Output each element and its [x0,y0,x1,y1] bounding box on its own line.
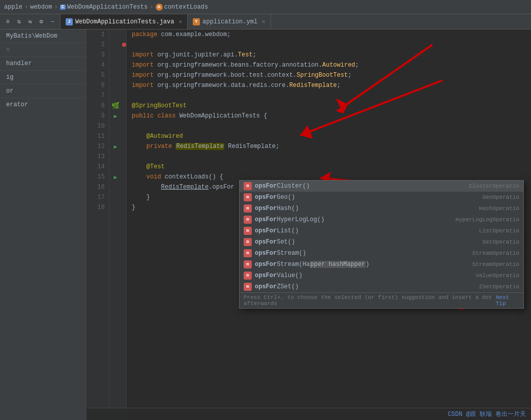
ac-item-hyperloglog[interactable]: m opsForHyperLogLog() HyperLogLogOperati… [240,214,523,225]
ac-icon-cluster: m [244,182,252,190]
yml-file-icon: Y [193,18,200,25]
ac-type-set: SetOperatio [482,239,519,245]
code-line-1[interactable]: package com.example.webdom; [127,29,531,40]
ac-item-list[interactable]: m opsForList() ListOperatio [240,225,523,236]
code-line-10[interactable] [127,121,531,131]
toolbar-icon-minimize[interactable]: − [48,17,57,26]
ac-name-set: opsForSet() [255,238,482,246]
code-line-8[interactable]: @SpringBootTest [127,101,531,111]
breadcrumb-apple[interactable]: apple [4,4,22,11]
ac-item-value[interactable]: m opsForValue() ValueOperatio [240,270,523,281]
tab-yml-label: application.yml [202,18,257,25]
gutter-10 [109,121,122,131]
code-line-5[interactable]: import org.springframework.boot.test.con… [127,70,531,80]
ac-item-set[interactable]: m opsForSet() SetOperatio [240,236,523,248]
tab-java-close[interactable]: ✕ [179,18,182,25]
sidebar-item-or[interactable]: or [0,86,86,96]
breadcrumb-webdom[interactable]: webdom [30,4,52,11]
sidebar-item-erator[interactable]: erator [0,100,86,109]
line-num-14: 14 [86,162,109,172]
sidebar-item-handler[interactable]: handler [0,59,86,68]
sidebar-item-ig[interactable]: ig [0,73,86,82]
ac-type-zset: ZSetOperatio [479,284,519,290]
ac-item-zset[interactable]: m opsForZSet() ZSetOperatio [240,281,523,292]
gutter-16 [109,182,122,192]
ac-item-hash[interactable]: m opsForHash() HashOperatio [240,203,523,214]
line-numbers: 1 2 3 4 5 6 7 8 9 10 11 12 13 14 15 16 1… [86,29,109,420]
ac-icon-geo: m [244,193,252,201]
code-line-14[interactable]: @Test [127,162,531,172]
line-num-16: 16 [86,182,109,192]
ac-name-hyperloglog: opsForHyperLogLog() [255,216,456,223]
keyword-public: public [132,112,154,119]
code-line-2[interactable] [127,40,531,50]
keyword: import [132,82,154,89]
toolbar-icon-sort[interactable]: ⇅ [14,17,23,26]
side-gutter [122,29,127,420]
code-line-6[interactable]: import org.springframework.data.redis.co… [127,80,531,91]
ac-icon-zset: m [244,283,252,291]
gutter-11 [109,131,122,141]
ac-name-zset: opsForZSet() [255,283,479,290]
line-num-4: 4 [86,60,109,70]
ac-icon-list: m [244,227,252,235]
ac-name-geo: opsForGeo() [255,194,482,201]
ac-item-cluster[interactable]: m opsForCluster() ClusterOperatio [240,181,523,192]
ac-icon-hash: m [244,204,252,213]
tab-java[interactable]: J WebDomApplicationTests.java ✕ [61,14,188,29]
ac-name-stream1: opsForStream() [255,250,473,257]
ac-item-geo[interactable]: m opsForGeo() GeoOperatio [240,192,523,203]
ac-type-geo: GeoOperatio [482,194,519,200]
gutter-12-run[interactable]: ▶ [109,141,122,152]
toolbar-icon-settings[interactable]: ⚙ [37,17,46,26]
gutter-3 [109,50,122,60]
line-num-17: 17 [86,192,109,202]
toolbar-icon-collapse[interactable]: ⇆ [25,17,35,26]
toolbar-icon-list[interactable]: ≡ [3,17,12,26]
ac-type-hash: HashOperatio [479,205,519,212]
annotation-test: @Test [146,163,165,170]
java-file-icon: J [66,18,73,25]
sidebar: MyBatis\WebDom n handler ig or erator [0,29,86,420]
sidebar-item-n[interactable]: n [0,45,86,54]
tab-yml[interactable]: Y application.yml ✕ [188,14,271,29]
code-line-11[interactable]: @Autowired [127,131,531,141]
code-line-3[interactable]: import org.junit.jupiter.api.Test; [127,50,531,60]
annotation-autowired: @Autowired [146,133,183,140]
code-line-12[interactable]: private RedisTemplate RedisTemplate; [127,141,531,152]
footer-text: Press Ctrl+. to choose the selected (or … [244,294,494,307]
ac-item-stream1[interactable]: m opsForStream() StreamOperatio [240,248,523,259]
line-num-5: 5 [86,70,109,80]
redistemplate-underline: RedisTemplate [161,184,209,191]
ac-item-stream2[interactable]: m opsForStream(Happer hashMapper) Stream… [240,259,523,270]
code-line-7[interactable] [127,91,531,101]
gutter-9-run[interactable]: ▶ [109,111,122,121]
code-line-4[interactable]: import org.springframework.beans.factory… [127,60,531,70]
breadcrumb-class[interactable]: WebDomApplicationTests [67,4,148,11]
sidebar-item-project[interactable]: MyBatis\WebDom [0,32,86,41]
keyword-void: void [146,173,161,181]
ac-type-list: ListOperatio [479,228,519,234]
gutter-6 [109,80,122,91]
gutter-7 [109,91,122,101]
sidebar-sep4 [0,84,86,84]
tab-yml-close[interactable]: ✕ [262,18,266,25]
ac-name-stream2: opsForStream(Happer hashMapper) [255,261,473,268]
import-autowired: Autowired [322,62,355,69]
code-line-9[interactable]: public class WebDomApplicationTests { [127,111,531,121]
keyword: import [132,72,154,79]
line-num-7: 7 [86,91,109,101]
code-line-13[interactable] [127,152,531,162]
line-num-1: 1 [86,29,109,40]
gutter-14 [109,162,122,172]
run-icon-9: ▶ [114,113,117,119]
tab-bar: ≡ ⇅ ⇆ ⚙ − J WebDomApplicationTests.java … [0,14,531,29]
import-springboottest: SpringBootTest [297,72,348,79]
breadcrumb-method-icon: m [156,4,163,11]
ac-name-value: opsForValue() [255,272,476,279]
autocomplete-footer: Press Ctrl+. to choose the selected (or … [240,292,523,308]
next-tip-button[interactable]: Next Tip [496,294,519,307]
gutter-15-run[interactable]: ▶ [109,172,122,182]
redistemplate-highlight: RedisTemplate [175,143,224,150]
breadcrumb-method[interactable]: contextLoads [164,4,208,11]
